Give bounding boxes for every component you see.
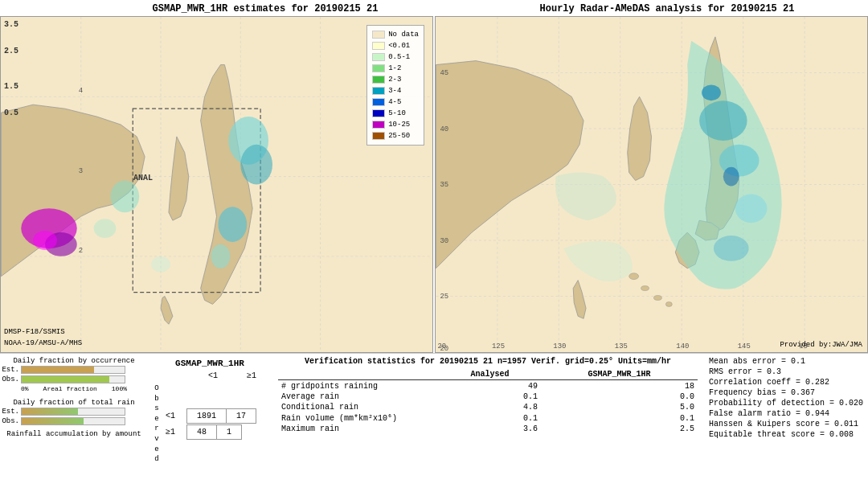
anal-label: ANAL	[133, 174, 153, 182]
cont-col-lt1: <1	[194, 371, 231, 380]
right-map-title: Hourly Radar-AMeDAS analysis for 2019021…	[466, 3, 868, 14]
left-map: 4 2 0 0 2 4	[0, 16, 433, 353]
map-legend: No data <0.01 0.5-1 1-2 2-3 3-4 4-5 5-10…	[366, 25, 424, 146]
svg-point-37	[211, 244, 231, 269]
val-avg-g: 0.0	[541, 392, 698, 402]
val-max-a: 3.6	[439, 424, 541, 434]
verif-title: Verification statistics for 20190215 21 …	[278, 357, 698, 366]
val-gp-g: 18	[541, 380, 698, 392]
cont-val-21: 48	[187, 424, 217, 439]
svg-point-66	[714, 236, 749, 261]
contingency-section: GSMAP_MWR_1HR <1 ≥1 Observed <1 1891 17	[149, 357, 270, 492]
verif-section: Verification statistics for 20190215 21 …	[273, 357, 702, 492]
svg-point-35	[240, 145, 272, 185]
svg-point-60	[641, 286, 649, 291]
val-cond-g: 5.0	[541, 402, 698, 412]
val-cond-a: 4.8	[439, 402, 541, 412]
col-gsmap: GSMAP_MWR_1HR	[541, 369, 698, 380]
row-avg-label: Average rain	[278, 392, 439, 402]
bar-est-1	[21, 366, 125, 374]
svg-text:4: 4	[79, 87, 83, 95]
svg-point-68	[723, 167, 739, 187]
mean-abs-error: Mean abs error = 0.1	[709, 357, 866, 366]
svg-text:25: 25	[440, 293, 448, 301]
svg-point-65	[735, 194, 768, 223]
svg-text:45: 45	[440, 69, 448, 77]
svg-point-62	[665, 301, 672, 306]
chart-title-2: Daily fraction of total rain	[2, 399, 146, 407]
svg-text:3: 3	[79, 167, 83, 175]
right-map: 45 40 35 30 25 20 125 130 135 140 145 15…	[435, 16, 868, 353]
svg-point-43	[151, 256, 170, 273]
col-analysed: Analysed	[439, 369, 541, 380]
cont-col-ge1: ≥1	[233, 371, 270, 380]
svg-text:2: 2	[79, 247, 83, 255]
bar-est-2	[21, 408, 125, 416]
val-vol-a: 0.1	[439, 412, 541, 424]
hanssen-kuipers: Hanssen & Kuipers score = 0.011	[709, 420, 866, 428]
cont-row-lt1: <1	[166, 412, 185, 420]
svg-text:140: 140	[676, 342, 689, 351]
chart-title-1: Daily fraction by occurrence	[2, 357, 146, 365]
contingency-title: GSMAP_MWR_1HR	[149, 359, 270, 368]
svg-point-36	[218, 207, 247, 242]
val-max-g: 2.5	[541, 424, 698, 434]
svg-point-41	[110, 181, 139, 213]
map-left-y-label: 3.52.51.50.5	[4, 20, 18, 117]
svg-point-42	[94, 219, 117, 238]
axis-left-1: 0%	[21, 385, 29, 392]
obs-label-2: Obs.	[2, 417, 19, 425]
false-alarm-ratio: False alarm ratio = 0.944	[709, 409, 866, 418]
cont-val-22: 1	[217, 424, 242, 439]
freq-bias: Frequency bias = 0.367	[709, 388, 866, 397]
sensor-label2: NOAA-19/AMSU-A/MHS	[4, 339, 82, 347]
row-vol-label: Rain volume (mm*km²x10⁶)	[278, 412, 439, 424]
axis-right-1: 100%	[112, 385, 127, 392]
val-gp-a: 49	[439, 380, 541, 392]
verif-table: Analysed GSMAP_MWR_1HR # gridpoints rain…	[278, 369, 698, 434]
axis-mid-1: Areal fraction	[43, 385, 97, 392]
svg-text:135: 135	[615, 342, 628, 351]
svg-point-59	[629, 273, 639, 280]
bar-obs-1	[21, 375, 125, 383]
cont-val-11: 1891	[187, 408, 227, 423]
left-map-title: GSMAP_MWR_1HR estimates for 20190215 21	[0, 3, 466, 14]
est-label-1: Est.	[2, 366, 19, 374]
est-label-2: Est.	[2, 408, 19, 416]
svg-point-61	[653, 296, 661, 301]
svg-text:125: 125	[492, 342, 505, 351]
sensor-label1: DMSP-F18/SSMIS	[4, 328, 65, 336]
rms-error: RMS error = 0.3	[709, 367, 866, 376]
map-credit: Provided by:JWA/JMA	[780, 341, 862, 349]
svg-point-63	[699, 100, 747, 141]
prob-detection: Probability of detection = 0.020	[709, 399, 866, 408]
svg-text:20: 20	[437, 342, 446, 351]
row-gridpoints-label: # gridpoints raining	[278, 380, 439, 392]
svg-text:35: 35	[440, 181, 448, 189]
stats-area: Daily fraction by occurrence Est. Obs. 0…	[0, 354, 868, 492]
svg-text:30: 30	[440, 237, 448, 245]
observed-label: Observed	[149, 383, 164, 465]
val-vol-g: 0.1	[541, 412, 698, 424]
rainfall-label: Rainfall accumulation by amount	[2, 430, 146, 438]
cont-val-12: 17	[227, 408, 256, 423]
cont-row-ge1: ≥1	[166, 428, 185, 437]
svg-text:145: 145	[738, 342, 751, 351]
val-avg-a: 0.1	[439, 392, 541, 402]
row-max-label: Maximum rain	[278, 424, 439, 434]
scores-section: Mean abs error = 0.1 RMS error = 0.3 Cor…	[706, 357, 866, 492]
svg-text:130: 130	[553, 342, 566, 351]
svg-point-67	[702, 84, 721, 100]
bar-obs-2	[21, 417, 125, 425]
corr-coeff: Correlation coeff = 0.282	[709, 378, 866, 387]
row-cond-label: Conditional rain	[278, 402, 439, 412]
svg-text:40: 40	[440, 125, 448, 133]
charts-section: Daily fraction by occurrence Est. Obs. 0…	[2, 357, 146, 492]
obs-label-1: Obs.	[2, 375, 19, 383]
svg-point-40	[33, 231, 57, 250]
equitable-threat: Equitable threat score = 0.008	[709, 430, 866, 439]
